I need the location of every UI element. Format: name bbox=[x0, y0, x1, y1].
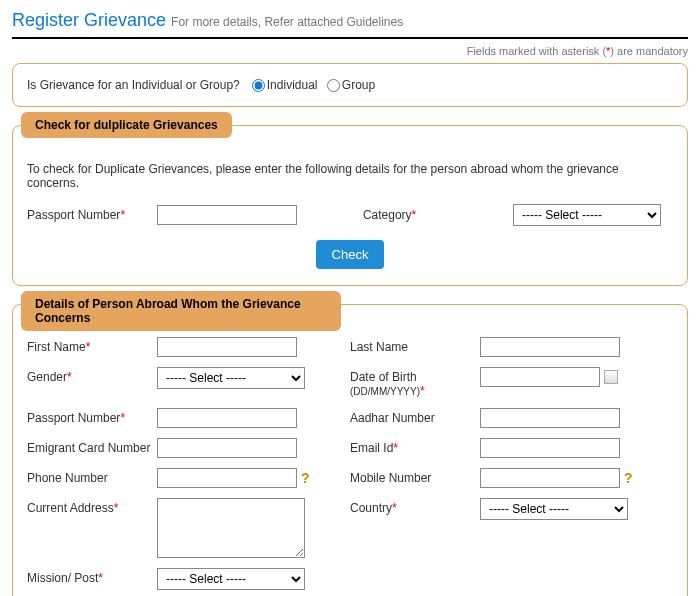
panel-individual-group: Is Grievance for an Individual or Group?… bbox=[12, 63, 688, 107]
dob-input[interactable] bbox=[480, 367, 600, 387]
title-text: Register Grievance bbox=[12, 10, 166, 30]
legend-person: Details of Person Abroad Whom the Grieva… bbox=[21, 291, 341, 331]
last-name-input[interactable] bbox=[480, 337, 620, 357]
gender-label: Gender* bbox=[27, 367, 157, 384]
emigrant-input[interactable] bbox=[157, 438, 297, 458]
address-textarea[interactable] bbox=[157, 498, 305, 558]
duplicate-helptext: To check for Duplicate Grievances, pleas… bbox=[27, 162, 673, 190]
mobile-input[interactable] bbox=[480, 468, 620, 488]
passport-label-dup: Passport Number* bbox=[27, 208, 157, 222]
country-select[interactable]: ----- Select ----- bbox=[480, 498, 628, 520]
radio-individual-label: Individual bbox=[267, 78, 318, 92]
phone-input[interactable] bbox=[157, 468, 297, 488]
legend-duplicate: Check for dulplicate Grievances bbox=[21, 112, 232, 138]
help-icon[interactable]: ? bbox=[301, 470, 310, 486]
panel-person-details: Details of Person Abroad Whom the Grieva… bbox=[12, 304, 688, 596]
passport-input-dup[interactable] bbox=[157, 205, 297, 225]
title-subtitle: For more details, Refer attached Guideli… bbox=[171, 15, 403, 29]
first-name-input[interactable] bbox=[157, 337, 297, 357]
category-label: Category* bbox=[363, 208, 443, 222]
calendar-icon[interactable] bbox=[604, 370, 618, 384]
help-icon[interactable]: ? bbox=[624, 470, 633, 486]
category-select[interactable]: ----- Select ----- bbox=[513, 204, 661, 226]
email-label: Email Id* bbox=[350, 438, 480, 455]
radio-group-label: Group bbox=[342, 78, 375, 92]
radio-group[interactable] bbox=[327, 79, 340, 92]
email-input[interactable] bbox=[480, 438, 620, 458]
page-title: Register Grievance For more details, Ref… bbox=[12, 10, 688, 31]
title-rule bbox=[12, 37, 688, 39]
mobile-label: Mobile Number bbox=[350, 468, 480, 485]
passport-label: Passport Number* bbox=[27, 408, 157, 425]
aadhar-input[interactable] bbox=[480, 408, 620, 428]
check-button[interactable]: Check bbox=[316, 240, 385, 269]
mandatory-note: Fields marked with asterisk (*) are mand… bbox=[12, 45, 688, 57]
aadhar-label: Aadhar Number bbox=[350, 408, 480, 425]
gender-select[interactable]: ----- Select ----- bbox=[157, 367, 305, 389]
country-label: Country* bbox=[350, 498, 480, 515]
mission-label: Mission/ Post* bbox=[27, 568, 157, 585]
last-name-label: Last Name bbox=[350, 337, 480, 354]
mission-select[interactable]: ----- Select ----- bbox=[157, 568, 305, 590]
address-label: Current Address* bbox=[27, 498, 157, 515]
emigrant-label: Emigrant Card Number bbox=[27, 438, 157, 455]
panel-duplicate-check: Check for dulplicate Grievances To check… bbox=[12, 125, 688, 286]
phone-label: Phone Number bbox=[27, 468, 157, 485]
passport-input[interactable] bbox=[157, 408, 297, 428]
dob-label: Date of Birth (DD/MM/YYYY)* bbox=[350, 367, 480, 398]
first-name-label: First Name* bbox=[27, 337, 157, 354]
grievance-for-label: Is Grievance for an Individual or Group? bbox=[27, 78, 240, 92]
radio-individual[interactable] bbox=[252, 79, 265, 92]
